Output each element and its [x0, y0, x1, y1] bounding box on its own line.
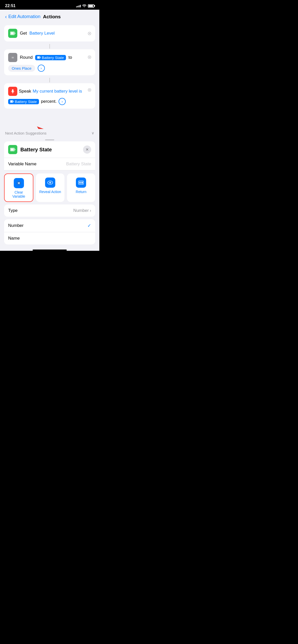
type-row[interactable]: Type Number › [4, 204, 95, 217]
back-chevron-icon: ‹ [5, 14, 7, 20]
back-button[interactable]: ‹ Edit Automation [5, 14, 40, 20]
battery-state-tag-2[interactable]: Battery State [8, 99, 39, 104]
sheet-header: Battery State ✕ [4, 141, 95, 158]
clear-variable-icon [14, 178, 24, 188]
ones-place-row: Ones Place › [8, 65, 91, 72]
arrow-annotation [0, 109, 99, 129]
variable-name-value: Battery State [66, 162, 91, 167]
to-text: to [69, 55, 72, 60]
signal-icon [76, 4, 81, 7]
svg-rect-20 [82, 182, 83, 184]
speak-text: Speak [19, 89, 31, 94]
connector-2 [49, 78, 50, 82]
close-action-2[interactable]: ⊗ [87, 54, 92, 60]
action-cells-grid: Clear Variable Reveal Action [4, 173, 95, 202]
action-row-1: Get Battery Level [8, 29, 91, 38]
connector-1 [49, 44, 50, 49]
close-action-1[interactable]: ⊗ [87, 30, 92, 36]
battery-icon [88, 4, 94, 8]
battery-level-link[interactable]: Battery Level [29, 31, 55, 36]
speak-action-icon [8, 87, 17, 96]
speak-text-blue: My current battery level is [33, 89, 82, 94]
clear-variable-cell[interactable]: Clear Variable [4, 173, 33, 202]
red-arrow-icon [34, 106, 65, 129]
reveal-action-icon [45, 178, 55, 188]
svg-rect-5 [40, 57, 41, 58]
speak-content: Speak My current battery level is [8, 87, 85, 96]
time: 22:51 [5, 4, 16, 8]
action-card-3: Speak My current battery level is Batter… [4, 83, 95, 109]
chevron-down-icon: ∨ [91, 131, 94, 135]
round-action-icon: ＝ [8, 53, 17, 62]
wifi-icon [82, 4, 86, 8]
close-action-3[interactable]: ⊗ [87, 87, 92, 93]
type-list: Number ✓ Name [4, 219, 95, 244]
list-item-name-label: Name [8, 236, 20, 241]
get-text: Get [20, 31, 27, 36]
list-item-number-label: Number [8, 223, 23, 228]
sheet-panel: Battery State ✕ Variable Name Battery St… [4, 139, 95, 170]
type-label: Type [8, 208, 18, 213]
sheet-title: Battery State [20, 147, 80, 153]
clear-variable-label: Clear Variable [8, 190, 30, 198]
arrow-btn-2[interactable]: › [38, 65, 45, 72]
reveal-action-cell[interactable]: Reveal Action [36, 173, 64, 202]
list-item-name[interactable]: Name [4, 232, 95, 244]
page-title: Actions [43, 14, 61, 20]
speak-row-2: Battery State percent. › [8, 98, 85, 105]
speak-percent: percent. [41, 99, 57, 104]
close-sheet-button[interactable]: ✕ [83, 145, 91, 154]
drag-handle [45, 139, 54, 140]
svg-rect-2 [15, 33, 15, 34]
sheet-header-icon [8, 145, 17, 154]
svg-rect-8 [13, 101, 14, 102]
home-indicator [33, 250, 67, 251]
svg-rect-7 [10, 101, 13, 103]
svg-rect-11 [11, 149, 14, 151]
arrow-btn-3[interactable]: › [59, 98, 66, 105]
nav-header: ‹ Edit Automation Actions [0, 10, 99, 23]
type-chevron-icon: › [90, 208, 91, 213]
svg-point-16 [50, 182, 50, 183]
svg-rect-12 [15, 149, 15, 150]
action-card-1: Get Battery Level ⊗ [4, 25, 95, 41]
svg-rect-18 [79, 182, 80, 184]
svg-rect-19 [80, 182, 81, 184]
type-value-text: Number [73, 208, 89, 213]
variable-name-label: Variable Name [8, 162, 36, 167]
return-label: Return [76, 190, 86, 194]
next-suggestions-header[interactable]: Next Action Suggestions ∨ [0, 128, 99, 137]
list-item-number[interactable]: Number ✓ [4, 219, 95, 232]
round-text: Round [20, 55, 33, 60]
svg-rect-4 [37, 57, 40, 58]
next-suggestions-label: Next Action Suggestions [5, 131, 47, 135]
main-content: ‹ Edit Automation Actions Get Battery Le… [0, 10, 99, 251]
type-value: Number › [73, 208, 91, 213]
svg-rect-1 [11, 32, 14, 35]
battery-state-tag-text-2: Battery State [15, 99, 37, 104]
ones-place-btn[interactable]: Ones Place [8, 65, 35, 72]
status-bar: 22:51 [0, 0, 99, 10]
reveal-action-label: Reveal Action [39, 190, 61, 194]
battery-action-icon-1 [8, 29, 17, 38]
action-row-2: ＝ Round Battery State to [8, 53, 91, 62]
checkmark-icon: ✓ [87, 223, 91, 228]
battery-state-tag-text-1: Battery State [42, 55, 64, 60]
variable-name-row: Variable Name Battery State [4, 158, 95, 170]
back-label: Edit Automation [8, 14, 40, 19]
return-cell[interactable]: Return [67, 173, 95, 202]
return-icon [76, 178, 86, 188]
battery-state-tag-1[interactable]: Battery State [35, 55, 66, 60]
status-icons [76, 4, 94, 8]
action-card-2: ＝ Round Battery State to Ones Place › ⊗ [4, 49, 95, 75]
